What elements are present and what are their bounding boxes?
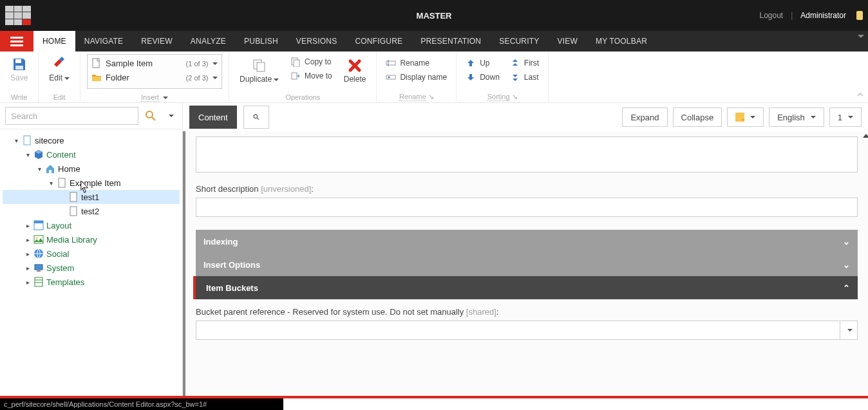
move-up-button[interactable]: Up xyxy=(463,57,502,70)
bucket-parent-label: Bucket parent reference - Reserved for s… xyxy=(196,307,858,317)
search-options-button[interactable] xyxy=(163,109,177,123)
move-last-button[interactable]: Last xyxy=(507,71,542,84)
ribbon-group-label-insert[interactable]: Insert xyxy=(141,93,159,102)
ribbon-group-label-write: Write xyxy=(0,93,38,101)
tab-presentation[interactable]: PRESENTATION xyxy=(411,31,490,51)
logout-link[interactable]: Logout xyxy=(759,11,783,20)
display-name-button[interactable]: Display name xyxy=(383,71,449,84)
delete-button[interactable]: Delete xyxy=(340,55,370,86)
copy-to-button[interactable]: Copy to xyxy=(288,55,335,68)
tree-node-sitecore[interactable]: ▾ sitecore xyxy=(3,133,180,147)
ribbon-group-label-operations: Operations xyxy=(229,93,376,101)
tree-node-social[interactable]: ▸ Social xyxy=(3,247,180,261)
save-button[interactable]: Save xyxy=(6,54,32,85)
ribbon-collapse-caret-icon[interactable] xyxy=(858,35,864,38)
tree-node-home[interactable]: ▾ Home xyxy=(3,162,180,176)
rename-button[interactable]: Rename xyxy=(383,57,449,70)
tab-view[interactable]: VIEW xyxy=(549,31,587,51)
ribbon-group-label-sorting[interactable]: Sorting xyxy=(487,93,510,101)
app-header: MASTER Logout | Administrator xyxy=(0,0,868,31)
svg-rect-7 xyxy=(292,73,297,79)
user-avatar-icon[interactable] xyxy=(856,11,863,20)
tab-mytoolbar[interactable]: MY TOOLBAR xyxy=(587,31,656,51)
insert-option-sample[interactable]: Sample Item (1 of 3) xyxy=(88,56,222,70)
document-icon xyxy=(22,135,32,145)
content-tab-search[interactable] xyxy=(243,106,269,129)
ribbon-group-label-rename[interactable]: Rename xyxy=(399,93,426,101)
chevron-down-icon xyxy=(847,329,853,331)
version-selector[interactable]: 1 xyxy=(829,107,862,127)
tree-node-test1[interactable]: test1 xyxy=(3,190,180,204)
insert-option-folder[interactable]: Folder (2 of 3) xyxy=(88,70,222,84)
app-menu-button[interactable] xyxy=(0,31,33,51)
chevron-down-icon xyxy=(212,62,218,65)
tree-node-example[interactable]: ▾ Example Item xyxy=(3,176,180,190)
section-item-buckets[interactable]: Item Buckets ⌃ xyxy=(193,276,858,299)
chevron-up-icon: ⌃ xyxy=(843,283,850,293)
long-description-field[interactable] xyxy=(196,136,858,172)
svg-point-30 xyxy=(254,115,258,118)
svg-rect-22 xyxy=(34,236,43,243)
chevron-down-icon xyxy=(64,77,70,80)
chevron-down-icon xyxy=(163,97,168,99)
home-icon xyxy=(45,163,55,174)
svg-rect-21 xyxy=(34,221,43,223)
content-cube-icon xyxy=(33,149,44,160)
svg-point-12 xyxy=(146,111,153,118)
move-to-button[interactable]: Move to xyxy=(288,70,335,82)
ribbon-group-edit: Edit Edit xyxy=(39,51,80,102)
bucket-parent-dropdown[interactable] xyxy=(840,321,858,340)
ribbon-group-write: Save Write xyxy=(0,51,39,102)
duplicate-button[interactable]: Duplicate xyxy=(236,55,283,86)
tree-pane: ▾ sitecore ▾ Content ▾ Home ▾ Example It… xyxy=(0,103,183,396)
navigation-markers[interactable] xyxy=(863,134,868,138)
tab-analyze[interactable]: ANALYZE xyxy=(182,31,235,51)
ribbon-group-insert: Sample Item (1 of 3) Folder (2 of 3) Ins… xyxy=(80,51,229,102)
bucket-parent-input[interactable] xyxy=(196,321,840,340)
arrow-down-icon xyxy=(466,72,476,82)
ribbon-minimize-icon[interactable] xyxy=(856,91,864,98)
display-name-icon xyxy=(386,72,396,82)
tab-navigate[interactable]: NAVIGATE xyxy=(75,31,133,51)
language-selector[interactable]: English xyxy=(769,107,824,127)
system-icon xyxy=(33,263,44,273)
section-indexing[interactable]: Indexing ⌄ xyxy=(196,230,858,253)
short-description-input[interactable] xyxy=(196,198,858,217)
svg-line-13 xyxy=(152,117,155,120)
insert-template-list[interactable]: Sample Item (1 of 3) Folder (2 of 3) xyxy=(87,54,222,89)
user-name[interactable]: Administrator xyxy=(800,11,846,20)
tree-node-content[interactable]: ▾ Content xyxy=(3,147,180,162)
save-icon xyxy=(12,57,27,72)
expand-button[interactable]: Expand xyxy=(622,107,667,127)
content-tab-content[interactable]: Content xyxy=(189,106,237,129)
svg-point-11 xyxy=(388,77,390,79)
tab-security[interactable]: SECURITY xyxy=(490,31,548,51)
view-options-button[interactable] xyxy=(727,107,764,127)
tree-node-media[interactable]: ▸ Media Library xyxy=(3,232,180,247)
tab-review[interactable]: REVIEW xyxy=(132,31,182,51)
tab-home[interactable]: HOME xyxy=(33,31,75,51)
svg-rect-19 xyxy=(70,207,77,216)
image-icon xyxy=(33,234,44,245)
collapse-button[interactable]: Collapse xyxy=(673,107,722,127)
tree-search-input[interactable] xyxy=(5,107,138,125)
section-insert-options[interactable]: Insert Options ⌄ xyxy=(196,253,858,276)
move-down-button[interactable]: Down xyxy=(463,71,502,84)
tab-configure[interactable]: CONFIGURE xyxy=(346,31,411,51)
edit-button[interactable]: Edit xyxy=(45,54,73,85)
tab-versions[interactable]: VERSIONS xyxy=(287,31,346,51)
chevron-down-icon xyxy=(274,79,279,81)
tree-node-templates[interactable]: ▸ Templates xyxy=(3,275,180,289)
tree-node-system[interactable]: ▸ System xyxy=(3,261,180,275)
tree-node-layout[interactable]: ▸ Layout xyxy=(3,218,180,232)
move-first-button[interactable]: First xyxy=(507,57,542,70)
app-logo[interactable] xyxy=(5,6,31,25)
tree-node-test2[interactable]: test2 xyxy=(3,204,180,218)
svg-point-23 xyxy=(36,238,38,239)
chevron-down-icon xyxy=(212,77,218,79)
chevron-down-icon xyxy=(848,116,853,118)
tab-publish[interactable]: PUBLISH xyxy=(235,31,287,51)
chevron-down-icon xyxy=(750,116,755,118)
chevron-down-icon xyxy=(811,116,816,118)
search-button[interactable] xyxy=(144,109,158,123)
